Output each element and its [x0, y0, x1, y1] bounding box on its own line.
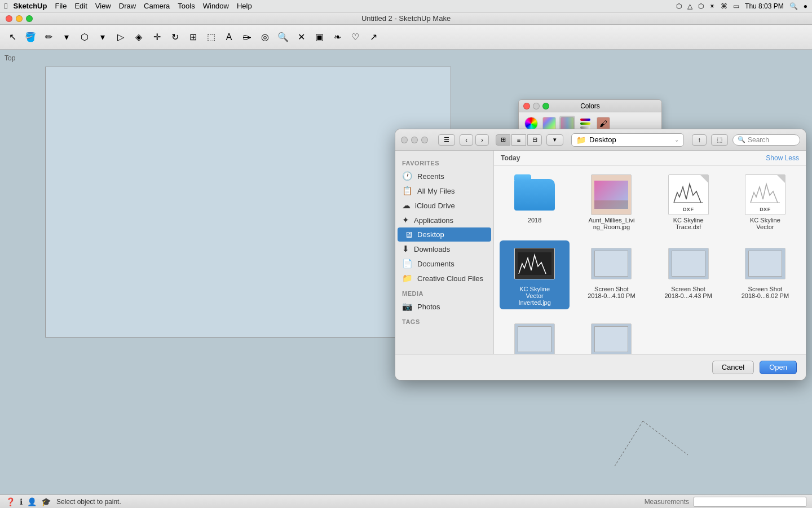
list-view-button[interactable]: ≡ — [511, 134, 526, 146]
file-item-2018[interactable]: 2018 — [500, 172, 570, 234]
sidebar-item-recents[interactable]: 🕐 Recents — [395, 169, 493, 183]
colors-window-controls — [523, 103, 549, 110]
user-icon[interactable]: ● — [804, 2, 807, 10]
menu-help[interactable]: Help — [237, 2, 252, 10]
status-right: Measurements — [645, 497, 806, 507]
file-item-screenshot-443pm[interactable]: Screen Shot 2018-0...4.43 PM — [654, 240, 723, 309]
main-canvas-area: Top Colors — [0, 50, 812, 494]
minimize-button[interactable] — [16, 15, 23, 22]
sidebar-item-photos[interactable]: 📷 Photos — [395, 299, 493, 314]
apple-menu[interactable]:  — [5, 1, 7, 11]
file-item-aunt-millies[interactable]: Aunt_Millies_Living_Room.jpg — [576, 172, 646, 234]
nav-forward-button[interactable]: › — [475, 134, 489, 146]
favorites-label: Favorites — [395, 155, 493, 169]
sidebar-item-all-my-files[interactable]: 📋 All My Files — [395, 183, 493, 198]
search-box[interactable]: 🔍 Search — [732, 134, 800, 146]
pencil-tool[interactable]: ✏ — [41, 29, 56, 45]
open-button[interactable]: Open — [760, 361, 797, 374]
shape-tool[interactable]: ⬡ — [77, 29, 92, 45]
colors-min-button[interactable] — [533, 103, 540, 110]
icon-view-button[interactable]: ⊞ — [496, 134, 510, 146]
column-view-button[interactable]: ⊟ — [527, 134, 542, 146]
sidebar-item-documents[interactable]: 📄 Documents — [395, 256, 493, 271]
folder-thumb-2018 — [512, 175, 557, 214]
screenshot-icon-443pm — [668, 248, 709, 279]
dialog-max-button[interactable] — [421, 137, 428, 143]
menu-draw[interactable]: Draw — [119, 2, 136, 10]
sidebar-item-creative-cloud[interactable]: 📁 Creative Cloud Files — [395, 271, 493, 286]
select-tool[interactable]: ↖ — [5, 29, 20, 45]
new-folder-button[interactable]: ⬚ — [711, 134, 728, 146]
colors-max-button[interactable] — [542, 103, 549, 110]
file-item-kc-skyline-inverted[interactable]: KC Skyline Vector Inverted.jpg — [500, 240, 570, 309]
cancel-button[interactable]: Cancel — [712, 361, 754, 374]
dialog-close-button[interactable] — [401, 137, 408, 143]
dialog-min-button[interactable] — [411, 137, 418, 143]
location-bar: 📁 Desktop ⌄ — [571, 133, 684, 147]
tags-label: Tags — [395, 314, 493, 327]
screenshot-icon-602pm — [745, 248, 785, 279]
sidebar-item-icloud-drive[interactable]: ☁ iCloud Drive — [395, 198, 493, 213]
file-label-screenshot-602pm: Screen Shot 2018-0...6.02 PM — [740, 286, 790, 299]
content-header: Today Show Less — [494, 151, 806, 166]
measurements-input[interactable] — [694, 497, 806, 507]
dialog-window-controls — [401, 137, 428, 143]
show-less-button[interactable]: Show Less — [766, 154, 799, 162]
help-circle-icon: ❓ — [6, 497, 15, 506]
offset-tool[interactable]: ⬚ — [203, 29, 219, 45]
paint-tool[interactable]: 🪣 — [23, 29, 38, 45]
menu-camera[interactable]: Camera — [144, 2, 170, 10]
status-icons: ❓ ℹ 👤 🎓 — [6, 497, 51, 506]
sidebar-item-desktop[interactable]: 🖥 Desktop — [398, 227, 491, 242]
file-item-screenshot-234pm[interactable]: Screen Shot 2018-0...2.34 PM — [576, 316, 646, 354]
section-plane-tool[interactable]: ▣ — [311, 29, 327, 45]
sandbox-tool[interactable]: ♡ — [347, 29, 363, 45]
screenshot-icon-956pm — [514, 323, 555, 354]
search-placeholder: Search — [748, 136, 769, 144]
status-hint: Select object to paint. — [56, 498, 121, 506]
battery-icon: ▭ — [733, 2, 739, 10]
nav-back-button[interactable]: ‹ — [460, 134, 473, 146]
dimension-tool[interactable]: ⌲ — [239, 29, 255, 45]
text-tool[interactable]: A — [221, 29, 237, 45]
svg-line-0 — [643, 421, 688, 455]
colors-close-button[interactable] — [523, 103, 530, 110]
sidebar-item-downloads[interactable]: ⬇ Downloads — [395, 242, 493, 256]
desktop-icon: 🖥 — [404, 230, 413, 239]
shape-dropdown[interactable]: ▾ — [95, 29, 111, 45]
maximize-button[interactable] — [26, 15, 33, 22]
dxf-thumb-kc-skyline-vector: DXF — [743, 175, 788, 214]
rotate-tool[interactable]: ↻ — [167, 29, 183, 45]
export-tool[interactable]: ↗ — [365, 29, 381, 45]
fill-tool[interactable]: ◈ — [131, 29, 147, 45]
sidebar-item-applications[interactable]: ✦ Applications — [395, 213, 493, 227]
documents-icon: 📄 — [402, 259, 413, 269]
file-item-kc-skyline-vector[interactable]: DXF KC Skyline Vector — [730, 172, 800, 234]
zoom-tool[interactable]: 🔍 — [275, 29, 291, 45]
close-button[interactable] — [6, 15, 12, 22]
menu-edit[interactable]: Edit — [74, 2, 87, 10]
file-item-kc-skyline-trace[interactable]: DXF KC Skyline Trace.dxf — [654, 172, 723, 234]
component-tool[interactable]: ❧ — [329, 29, 345, 45]
colors-panel-titlebar: Colors — [519, 100, 661, 112]
canvas-viewport[interactable] — [45, 67, 451, 338]
search-menu-icon[interactable]: 🔍 — [789, 2, 798, 10]
view-options-button[interactable]: ▾ — [546, 134, 563, 146]
menu-window[interactable]: Window — [203, 2, 229, 10]
orbit-tool[interactable]: ◎ — [257, 29, 273, 45]
push-pull-tool[interactable]: ▷ — [113, 29, 129, 45]
menu-tools[interactable]: Tools — [178, 2, 195, 10]
menu-file[interactable]: File — [55, 2, 67, 10]
menu-sketchup[interactable]: SketchUp — [13, 2, 47, 10]
menu-view[interactable]: View — [95, 2, 111, 10]
move-tool[interactable]: ✛ — [149, 29, 165, 45]
share-button[interactable]: ↑ — [692, 134, 707, 146]
diagonal-lines — [586, 365, 699, 478]
file-item-screenshot-602pm[interactable]: Screen Shot 2018-0...6.02 PM — [730, 240, 800, 309]
walk-tool[interactable]: ✕ — [293, 29, 309, 45]
pencil-dropdown[interactable]: ▾ — [59, 29, 74, 45]
file-item-screenshot-956pm[interactable]: Screen Shot 2018-0...9.56 PM — [500, 316, 570, 354]
scale-tool[interactable]: ⊞ — [185, 29, 201, 45]
file-item-screenshot-410pm[interactable]: Screen Shot 2018-0...4.10 PM — [576, 240, 646, 309]
sidebar-toggle-button[interactable]: ☰ — [438, 134, 455, 146]
